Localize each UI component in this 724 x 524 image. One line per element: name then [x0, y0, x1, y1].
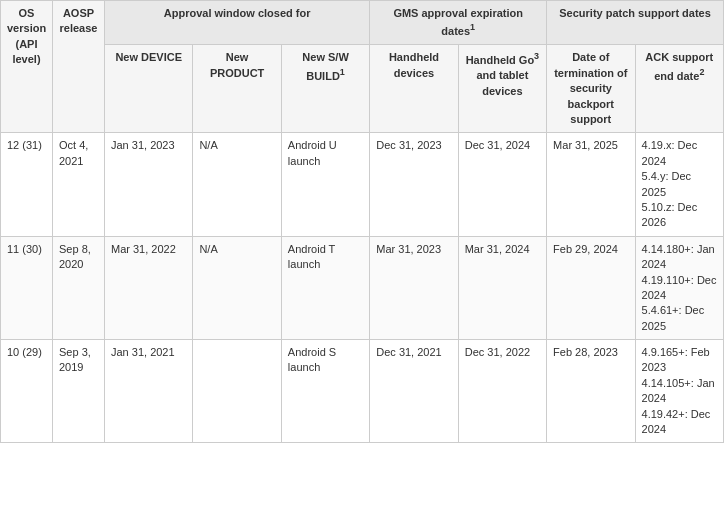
cell-date-termination: Feb 29, 2024 [547, 236, 635, 339]
table-row: 11 (30)Sep 8, 2020Mar 31, 2022N/AAndroid… [1, 236, 724, 339]
main-table-container: OS version (API level) AOSP release Appr… [0, 0, 724, 443]
header-date-termination: Date of termination of security backport… [547, 45, 635, 133]
cell-new-device: Jan 31, 2023 [105, 133, 193, 236]
ack-note-sup: 2 [699, 67, 704, 77]
cell-handheld-devices: Dec 31, 2023 [370, 133, 458, 236]
cell-new-product [193, 340, 281, 443]
cell-handheld-go: Dec 31, 2024 [458, 133, 546, 236]
cell-new-device: Jan 31, 2021 [105, 340, 193, 443]
cell-ack-support: 4.9.165+: Feb 2023 4.14.105+: Jan 2024 4… [635, 340, 723, 443]
header-os-version: OS version (API level) [1, 1, 53, 133]
cell-new-device: Mar 31, 2022 [105, 236, 193, 339]
cell-date-termination: Mar 31, 2025 [547, 133, 635, 236]
header-handheld-go: Handheld Go3 and tablet devices [458, 45, 546, 133]
cell-new-sw-build: Android S launch [281, 340, 369, 443]
handheld-go-note-sup: 3 [534, 51, 539, 61]
cell-new-sw-build: Android T launch [281, 236, 369, 339]
cell-aosp-release: Sep 8, 2020 [53, 236, 105, 339]
header-aosp-release: AOSP release [53, 1, 105, 133]
cell-os-version: 10 (29) [1, 340, 53, 443]
cell-handheld-devices: Dec 31, 2021 [370, 340, 458, 443]
header-ack-support: ACK support end date2 [635, 45, 723, 133]
cell-new-product: N/A [193, 133, 281, 236]
header-new-device: New DEVICE [105, 45, 193, 133]
cell-date-termination: Feb 28, 2023 [547, 340, 635, 443]
group-header-security-patch: Security patch support dates [547, 1, 724, 45]
cell-aosp-release: Oct 4, 2021 [53, 133, 105, 236]
gms-note-sup: 1 [470, 22, 475, 32]
cell-ack-support: 4.14.180+: Jan 2024 4.19.110+: Dec 2024 … [635, 236, 723, 339]
cell-handheld-devices: Mar 31, 2023 [370, 236, 458, 339]
cell-handheld-go: Mar 31, 2024 [458, 236, 546, 339]
cell-new-product: N/A [193, 236, 281, 339]
cell-os-version: 12 (31) [1, 133, 53, 236]
cell-ack-support: 4.19.x: Dec 2024 5.4.y: Dec 2025 5.10.z:… [635, 133, 723, 236]
header-new-sw-build: New S/W BUILD1 [281, 45, 369, 133]
group-header-approval-window: Approval window closed for [105, 1, 370, 45]
header-new-product: New PRODUCT [193, 45, 281, 133]
cell-os-version: 11 (30) [1, 236, 53, 339]
table-row: 10 (29)Sep 3, 2019Jan 31, 2021Android S … [1, 340, 724, 443]
support-table: OS version (API level) AOSP release Appr… [0, 0, 724, 443]
cell-new-sw-build: Android U launch [281, 133, 369, 236]
header-handheld-devices: Handheld devices [370, 45, 458, 133]
sw-note-sup: 1 [340, 67, 345, 77]
group-header-gms-approval: GMS approval expiration dates1 [370, 1, 547, 45]
cell-handheld-go: Dec 31, 2022 [458, 340, 546, 443]
table-row: 12 (31)Oct 4, 2021Jan 31, 2023N/AAndroid… [1, 133, 724, 236]
cell-aosp-release: Sep 3, 2019 [53, 340, 105, 443]
